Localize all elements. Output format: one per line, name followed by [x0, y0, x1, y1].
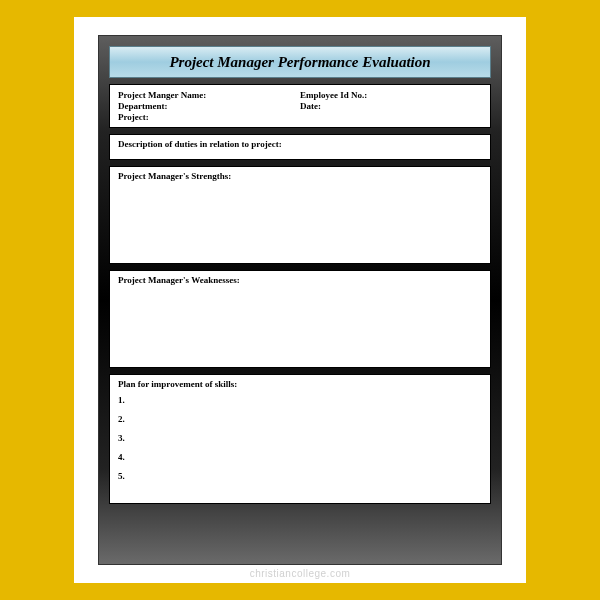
improvement-section: Plan for improvement of skills: 1. 2. 3.…: [109, 374, 491, 504]
info-right-column: Employee Id No.: Date:: [300, 89, 482, 123]
document-title: Project Manager Performance Evaluation: [169, 54, 430, 70]
strengths-section: Project Manager's Strengths:: [109, 166, 491, 264]
improvement-item-5: 5.: [118, 471, 482, 481]
improvement-title: Plan for improvement of skills:: [118, 379, 482, 389]
improvement-item-2: 2.: [118, 414, 482, 424]
info-section: Project Manger Name: Department: Project…: [109, 84, 491, 128]
watermark-text: christiancollege.com: [74, 568, 526, 579]
employee-id-label: Employee Id No.:: [300, 90, 482, 100]
improvement-item-3: 3.: [118, 433, 482, 443]
improvement-item-1: 1.: [118, 395, 482, 405]
strengths-label: Project Manager's Strengths:: [118, 171, 482, 181]
date-label: Date:: [300, 101, 482, 111]
description-section: Description of duties in relation to pro…: [109, 134, 491, 160]
info-left-column: Project Manger Name: Department: Project…: [118, 89, 300, 123]
name-label: Project Manger Name:: [118, 90, 300, 100]
weaknesses-section: Project Manager's Weaknesses:: [109, 270, 491, 368]
document-frame: Project Manager Performance Evaluation P…: [98, 35, 502, 565]
description-label: Description of duties in relation to pro…: [118, 139, 482, 149]
department-label: Department:: [118, 101, 300, 111]
improvement-item-4: 4.: [118, 452, 482, 462]
project-label: Project:: [118, 112, 300, 122]
title-bar: Project Manager Performance Evaluation: [109, 46, 491, 78]
weaknesses-label: Project Manager's Weaknesses:: [118, 275, 482, 285]
document-page: Project Manager Performance Evaluation P…: [74, 17, 526, 583]
info-spacer: [300, 112, 482, 122]
